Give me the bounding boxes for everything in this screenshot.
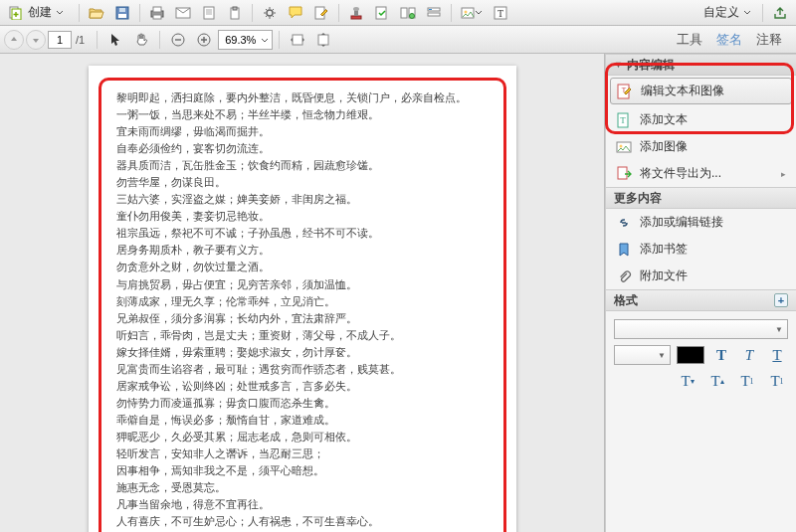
main-toolbar: 创建 T 自定义 xyxy=(0,0,796,26)
document-text: 黎明即起，洒扫庭除，要内外整洁，既昏便息，关锁门户，必亲自检点。一粥一饭，当思来… xyxy=(116,89,489,532)
expand-plus-icon[interactable]: + xyxy=(774,293,788,307)
zoom-in-button[interactable] xyxy=(192,29,216,51)
item-label: 添加文本 xyxy=(640,111,688,128)
item-label: 编辑文本和图像 xyxy=(641,83,724,99)
document-line: 童仆勿用俊美，妻妾切忌艳妆。 xyxy=(116,208,489,225)
font-family-dropdown[interactable]: ▼ xyxy=(614,319,788,339)
chevron-down-icon: ▼ xyxy=(658,351,666,360)
superscript-button[interactable]: T1 xyxy=(736,371,758,391)
attach-file-item[interactable]: 附加文件 xyxy=(606,263,796,289)
fit-page-button[interactable] xyxy=(311,29,335,51)
fit-page-icon xyxy=(315,33,331,47)
prev-page-button[interactable] xyxy=(4,30,24,50)
svg-rect-14 xyxy=(351,16,361,19)
print-button[interactable] xyxy=(145,2,169,24)
document-line: 勿贪意外之财，勿饮过量之酒。 xyxy=(116,259,489,275)
arrow-down-icon xyxy=(31,35,41,45)
edit-button[interactable] xyxy=(309,2,333,24)
page-total-label: /1 xyxy=(76,34,85,46)
section-title: 内容编辑 xyxy=(627,57,675,74)
scan-button[interactable] xyxy=(197,2,221,24)
form-fields-icon xyxy=(427,6,441,20)
section-header-format[interactable]: 格式 + xyxy=(606,289,796,311)
svg-point-20 xyxy=(410,13,415,18)
bold-button[interactable]: T xyxy=(710,345,732,365)
form-button[interactable] xyxy=(422,2,446,24)
open-button[interactable] xyxy=(85,2,108,24)
edit-text-image-item[interactable]: T 编辑文本和图像 xyxy=(610,78,792,104)
folder-open-icon xyxy=(89,6,104,20)
share-arrow-icon xyxy=(773,6,787,20)
sign-tab[interactable]: 签名 xyxy=(716,31,742,49)
document-line: 听妇言，乖骨肉，岂是丈夫；重资财，薄父母，不成人子。 xyxy=(116,327,489,344)
svg-rect-7 xyxy=(153,15,161,19)
document-line: 自奉必须俭约，宴客切勿流连。 xyxy=(116,140,489,157)
pointer-tool[interactable] xyxy=(103,29,127,51)
format-body: ▼ ▼ T T T T▾ T▴ T1 T1 xyxy=(606,311,796,399)
save-button[interactable] xyxy=(110,2,134,24)
svg-rect-9 xyxy=(204,7,214,19)
svg-rect-17 xyxy=(376,7,386,19)
view-toolbar: /1 69.3% 工具 签名 注释 xyxy=(0,26,796,54)
document-line: 勿恃势力而凌逼孤寡；毋贪口腹而恣杀生禽。 xyxy=(116,395,489,412)
share-button[interactable] xyxy=(768,2,792,24)
document-line: 人有喜庆，不可生妒忌心；人有祸患，不可生喜幸心。 xyxy=(116,513,489,530)
fit-width-button[interactable] xyxy=(286,29,309,51)
svg-rect-11 xyxy=(233,7,237,10)
section-header-more-content[interactable]: 更多内容 xyxy=(606,187,796,209)
document-line: 嫁女择佳婿，毋索重聘；娶媳求淑女，勿计厚奁。 xyxy=(116,344,489,361)
document-line: 一粥一饭，当思来处不易；半丝半缕，恒念物力维艰。 xyxy=(116,106,489,123)
color-swatch[interactable] xyxy=(677,346,704,364)
chevron-down-icon: ▼ xyxy=(775,325,783,334)
settings-button[interactable] xyxy=(258,2,282,24)
email-button[interactable] xyxy=(171,2,195,24)
document-line: 居家戒争讼，讼则终凶；处世戒多言，言多必失。 xyxy=(116,378,489,395)
next-page-button[interactable] xyxy=(26,30,46,50)
underline-button[interactable]: T xyxy=(766,345,788,365)
zoom-level-dropdown[interactable]: 69.3% xyxy=(218,30,273,50)
check-button[interactable] xyxy=(370,2,394,24)
tools-panel: ▼内容编辑 T 编辑文本和图像 T 添加文本 添加图像 将文件导出为... ▸ … xyxy=(605,54,796,532)
clipboard-button[interactable] xyxy=(223,2,247,24)
page-number-input[interactable] xyxy=(48,31,72,49)
export-file-item[interactable]: 将文件导出为... ▸ xyxy=(606,160,796,187)
text-tool-button[interactable]: T xyxy=(489,2,512,24)
document-line: 施惠无念，受恩莫忘。 xyxy=(116,479,489,496)
document-line: 祖宗虽远，祭祀不可不诚；子孙虽愚，经书不可不读。 xyxy=(116,225,489,242)
tools-tab[interactable]: 工具 xyxy=(677,31,702,49)
add-image-icon xyxy=(616,139,632,155)
chevron-down-icon xyxy=(261,37,269,45)
stamp-button[interactable] xyxy=(344,2,368,24)
section-title: 格式 xyxy=(614,292,638,309)
comment-tab[interactable]: 注释 xyxy=(756,31,782,49)
svg-rect-18 xyxy=(401,8,407,18)
document-line: 刻薄成家，理无久享；伦常乖舛，立见消亡。 xyxy=(116,293,489,310)
create-button[interactable]: 创建 xyxy=(4,2,74,24)
add-text-item[interactable]: T 添加文本 xyxy=(606,106,796,133)
font-shrink-button[interactable]: T▾ xyxy=(677,371,698,391)
font-grow-button[interactable]: T▴ xyxy=(706,371,728,391)
minus-circle-icon xyxy=(170,32,186,48)
subscript-button[interactable]: T1 xyxy=(766,371,788,391)
add-bookmark-item[interactable]: 添加书签 xyxy=(606,236,796,263)
multimedia-button[interactable] xyxy=(457,2,487,24)
document-line: 乖僻自是，悔误必多；颓惰自甘，家道难成。 xyxy=(116,412,489,429)
add-image-item[interactable]: 添加图像 xyxy=(606,133,796,160)
svg-rect-6 xyxy=(153,7,161,12)
pointer-icon xyxy=(109,33,121,47)
add-link-item[interactable]: 添加或编辑链接 xyxy=(606,209,796,236)
italic-button[interactable]: T xyxy=(738,345,760,365)
document-line: 宜未雨而绸缪，毋临渴而掘井。 xyxy=(116,123,489,140)
link-icon xyxy=(616,215,632,231)
section-header-content-edit[interactable]: ▼内容编辑 xyxy=(606,54,796,76)
comment-button[interactable] xyxy=(284,2,307,24)
document-viewport[interactable]: 黎明即起，洒扫庭除，要内外整洁，既昏便息，关锁门户，必亲自检点。一粥一饭，当思来… xyxy=(0,54,605,532)
item-label: 附加文件 xyxy=(640,267,688,284)
font-size-dropdown[interactable]: ▼ xyxy=(614,345,671,365)
document-page: 黎明即起，洒扫庭除，要内外整洁，既昏便息，关锁门户，必亲自检点。一粥一饭，当思来… xyxy=(89,66,516,532)
zoom-out-button[interactable] xyxy=(166,29,190,51)
hand-tool[interactable] xyxy=(129,29,153,51)
edit-text-image-icon: T xyxy=(617,84,633,99)
customize-button[interactable]: 自定义 xyxy=(697,2,757,24)
compare-button[interactable] xyxy=(396,2,420,24)
